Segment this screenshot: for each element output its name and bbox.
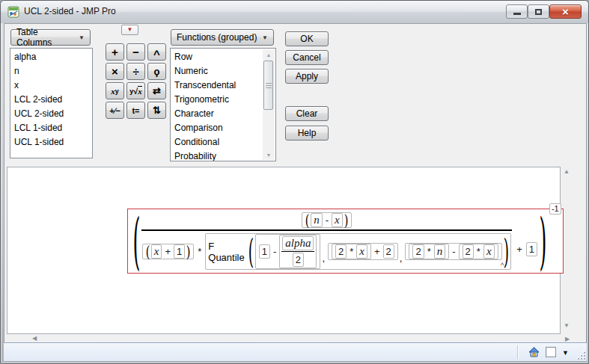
variable-alpha[interactable]: alpha	[282, 236, 314, 250]
variable-x[interactable]: x	[151, 244, 162, 259]
unary-sign-button[interactable]: +∕−	[106, 102, 124, 119]
cancel-button[interactable]: Cancel	[285, 50, 329, 65]
formula-selection[interactable]: -1 ( ( n - x ) ( x +	[127, 209, 564, 274]
divide-button[interactable]: ÷	[126, 63, 145, 80]
formula-scroll-up-icon[interactable]: ▲	[564, 169, 570, 175]
arg-2x-plus-2[interactable]: 2 * x + 2	[328, 243, 398, 260]
scroll-up-icon[interactable]: ▲	[263, 49, 275, 60]
power-button[interactable]: xy	[106, 82, 124, 99]
add-argument-caret-icon[interactable]: ^	[501, 262, 504, 269]
fraction[interactable]: ( n - x ) ( x + 1 ) *	[141, 212, 512, 270]
2-times-x-term[interactable]: 2 * x	[332, 244, 371, 259]
function-group-transcendental[interactable]: Transcendental	[171, 78, 275, 93]
close-icon: ×	[562, 5, 569, 18]
help-button[interactable]: Help	[285, 126, 329, 141]
variable-x[interactable]: x	[483, 244, 495, 259]
insert-button[interactable]: ^	[147, 43, 166, 61]
formula-canvas[interactable]: -1 ( ( n - x ) ( x +	[7, 167, 561, 334]
table-columns-list[interactable]: alpha n x LCL 2-sided UCL 2-sided LCL 1-…	[10, 48, 93, 158]
function-group-comparison[interactable]: Comparison	[171, 121, 275, 135]
f-quantile-call[interactable]: F Quantile ( 1 - alpha 2 ,	[205, 233, 511, 270]
plus-1-term[interactable]: + 1	[513, 242, 538, 256]
ok-button[interactable]: OK	[285, 31, 329, 46]
function-group-conditional[interactable]: Conditional	[171, 135, 275, 149]
home-icon[interactable]	[528, 346, 540, 359]
functions-grouped-dropdown[interactable]: Functions (grouped) ▼	[171, 29, 274, 46]
minus-operator[interactable]: -	[452, 246, 455, 257]
column-item-x[interactable]: x	[10, 78, 92, 93]
column-item-lcl-1-sided[interactable]: LCL 1-sided	[10, 121, 92, 135]
scrollbar-thumb[interactable]	[263, 61, 273, 110]
statusbar-checkbox[interactable]	[546, 347, 556, 357]
numerator-term[interactable]: ( n - x )	[302, 212, 352, 228]
multiply-operator[interactable]: *	[427, 246, 431, 257]
multiply-operator[interactable]: *	[198, 246, 201, 257]
argument-separator: ,	[322, 253, 325, 264]
formula-scroll-down-icon[interactable]: ▼	[564, 323, 570, 329]
constant-1[interactable]: 1	[259, 244, 270, 259]
multiply-button[interactable]: ×	[106, 63, 124, 80]
column-item-alpha[interactable]: alpha	[10, 50, 92, 64]
variable-x[interactable]: x	[356, 244, 367, 259]
column-item-ucl-1-sided[interactable]: UCL 1-sided	[10, 135, 92, 149]
function-group-character[interactable]: Character	[171, 107, 275, 121]
function-group-row[interactable]: Row	[171, 50, 275, 64]
variable-n[interactable]: n	[311, 213, 323, 227]
arg-1-minus-alpha-over-2[interactable]: 1 - alpha 2	[255, 234, 321, 269]
table-columns-dropdown[interactable]: Table Columns ▼	[10, 29, 91, 46]
keypad-popup-menu-button[interactable]: ▼	[121, 25, 138, 35]
scroll-down-icon[interactable]: ▼	[263, 149, 275, 160]
constant-2[interactable]: 2	[463, 244, 474, 259]
column-item-n[interactable]: n	[10, 64, 92, 78]
close-button[interactable]: ×	[549, 4, 582, 19]
plus-operator[interactable]: +	[165, 246, 171, 257]
variable-x[interactable]: x	[332, 213, 343, 227]
separator	[517, 345, 518, 359]
alpha-over-2-fraction[interactable]: alpha 2	[279, 235, 317, 268]
close-paren: )	[186, 242, 191, 261]
denominator[interactable]: ( x + 1 ) * F Quantile ( 1 -	[141, 233, 512, 270]
peel-expression-button[interactable]: ⇅	[147, 102, 166, 119]
arg-2n-minus-2x[interactable]: 2 * n - 2 * x	[405, 243, 501, 260]
2-times-x-term[interactable]: 2 * x	[459, 244, 498, 259]
column-item-lcl-2-sided[interactable]: LCL 2-sided	[10, 93, 92, 107]
apply-button[interactable]: Apply	[285, 69, 329, 84]
functions-scrollbar[interactable]: ▲ ▼	[263, 49, 275, 160]
constant-1[interactable]: 1	[174, 244, 185, 259]
formula-scroll-left-icon[interactable]: ◀	[32, 336, 37, 342]
plus-operator[interactable]: +	[374, 246, 380, 257]
titlebar[interactable]: UCL 2-sided - JMP Pro ×	[1, 1, 588, 23]
minus-operator[interactable]: -	[273, 246, 276, 257]
column-item-ucl-2-sided[interactable]: UCL 2-sided	[10, 107, 92, 121]
functions-list[interactable]: Row Numeric Transcendental Trigonometric…	[170, 48, 276, 161]
function-group-probability[interactable]: Probability	[171, 149, 275, 161]
switch-terms-button[interactable]: ⇄	[147, 82, 166, 99]
root-button[interactable]: y√x	[126, 82, 145, 99]
constant-2[interactable]: 2	[335, 244, 347, 259]
function-name[interactable]: F Quantile	[208, 241, 247, 263]
minimize-button[interactable]	[506, 4, 528, 19]
resize-grip[interactable]	[576, 350, 585, 360]
plus-operator[interactable]: +	[516, 244, 522, 255]
x-plus-1-term[interactable]: ( x + 1 )	[142, 244, 195, 259]
minus-operator[interactable]: -	[326, 215, 329, 226]
multiply-operator[interactable]: *	[350, 246, 353, 257]
plus-button[interactable]: +	[106, 43, 124, 61]
constant-1[interactable]: 1	[526, 242, 537, 256]
constant-2[interactable]: 2	[383, 244, 394, 259]
delete-expression-button[interactable]: ϙ	[147, 63, 166, 80]
constant-2[interactable]: 2	[293, 253, 304, 267]
formula-scroll-right-icon[interactable]: ▶	[565, 336, 570, 342]
maximize-button[interactable]	[528, 4, 549, 19]
multiply-operator[interactable]: *	[477, 246, 480, 257]
2-times-n-term[interactable]: 2 * n	[409, 244, 449, 259]
clear-button[interactable]: Clear	[285, 106, 329, 121]
exponent-term[interactable]: -1	[549, 203, 561, 215]
constant-2[interactable]: 2	[412, 244, 424, 259]
local-assignment-button[interactable]: t=	[126, 102, 145, 119]
statusbar-dropdown-caret-icon[interactable]: ▼	[562, 349, 569, 357]
function-group-numeric[interactable]: Numeric	[171, 64, 275, 78]
variable-n[interactable]: n	[434, 244, 446, 259]
minus-button[interactable]: −	[126, 43, 145, 61]
function-group-trigonometric[interactable]: Trigonometric	[171, 93, 275, 107]
